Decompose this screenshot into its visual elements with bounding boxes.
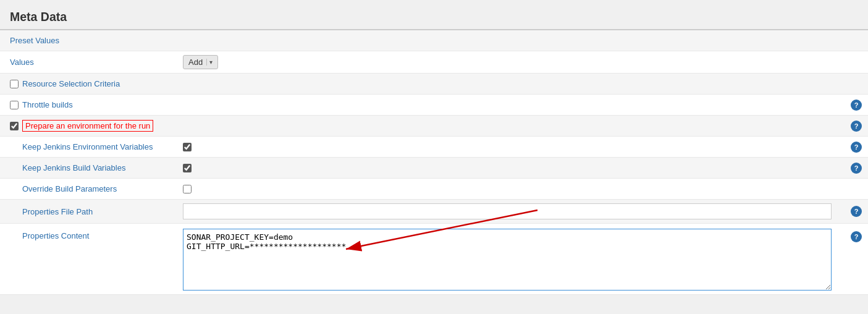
- properties-file-label: Properties File Path: [10, 207, 183, 216]
- values-label: Values: [10, 57, 183, 67]
- properties-content-textarea[interactable]: SONAR_PROJECT_KEY=demo GIT_HTTP_URL=****…: [183, 229, 832, 291]
- properties-content-help-icon[interactable]: ?: [851, 231, 862, 242]
- keep-jenkins-env-help-icon[interactable]: ?: [851, 142, 862, 153]
- preset-values-row: Preset Values: [0, 30, 868, 51]
- dropdown-arrow-icon[interactable]: ▾: [206, 59, 213, 66]
- keep-jenkins-build-help-icon[interactable]: ?: [851, 163, 862, 174]
- properties-content-label: Properties Content: [10, 229, 183, 240]
- add-button[interactable]: Add ▾: [183, 55, 218, 69]
- throttle-builds-help-icon[interactable]: ?: [851, 100, 862, 111]
- keep-jenkins-env-label: Keep Jenkins Environment Variables: [10, 142, 183, 151]
- keep-jenkins-build-checkbox[interactable]: [183, 164, 192, 172]
- keep-jenkins-env-row: Keep Jenkins Environment Variables ?: [0, 137, 868, 158]
- resource-selection-row: Resource Selection Criteria: [0, 74, 868, 95]
- properties-content-row: Properties Content SONAR_PROJECT_KEY=dem…: [0, 224, 868, 295]
- keep-jenkins-env-checkbox[interactable]: [183, 143, 192, 151]
- values-row: Values Add ▾: [0, 51, 868, 74]
- section-title-row: Meta Data: [0, 6, 868, 30]
- throttle-builds-checkbox[interactable]: [10, 101, 19, 109]
- preset-values-label: Preset Values: [10, 36, 183, 45]
- resource-selection-label: Resource Selection Criteria: [10, 79, 183, 88]
- prepare-env-help-icon[interactable]: ?: [851, 121, 862, 132]
- prepare-env-label: Prepare an environment for the run: [10, 120, 183, 132]
- throttle-builds-label: Throttle builds: [10, 100, 183, 109]
- properties-file-row: Properties File Path ?: [0, 200, 868, 224]
- values-content: Add ▾: [183, 55, 858, 69]
- page-container: Meta Data Preset Values Values Add ▾ Res…: [0, 0, 868, 314]
- throttle-builds-row: Throttle builds ?: [0, 95, 868, 116]
- keep-jenkins-build-content: [183, 164, 858, 172]
- properties-content-area: SONAR_PROJECT_KEY=demo GIT_HTTP_URL=****…: [183, 229, 858, 291]
- keep-jenkins-build-label: Keep Jenkins Build Variables: [10, 163, 183, 172]
- add-button-label: Add: [188, 57, 203, 67]
- resource-selection-checkbox[interactable]: [10, 80, 19, 88]
- page-title: Meta Data: [10, 10, 67, 24]
- override-build-checkbox[interactable]: [183, 185, 192, 193]
- properties-file-content: [183, 203, 858, 219]
- override-build-content: [183, 185, 858, 193]
- override-build-row: Override Build Parameters: [0, 179, 868, 200]
- preset-values-link[interactable]: Preset Values: [10, 36, 59, 45]
- keep-jenkins-build-row: Keep Jenkins Build Variables ?: [0, 158, 868, 179]
- keep-jenkins-env-content: [183, 143, 858, 151]
- properties-file-help-icon[interactable]: ?: [851, 206, 862, 217]
- prepare-env-row: Prepare an environment for the run ?: [0, 116, 868, 137]
- prepare-env-checkbox[interactable]: [10, 122, 19, 130]
- properties-file-input[interactable]: [183, 203, 832, 219]
- override-build-label: Override Build Parameters: [10, 184, 183, 193]
